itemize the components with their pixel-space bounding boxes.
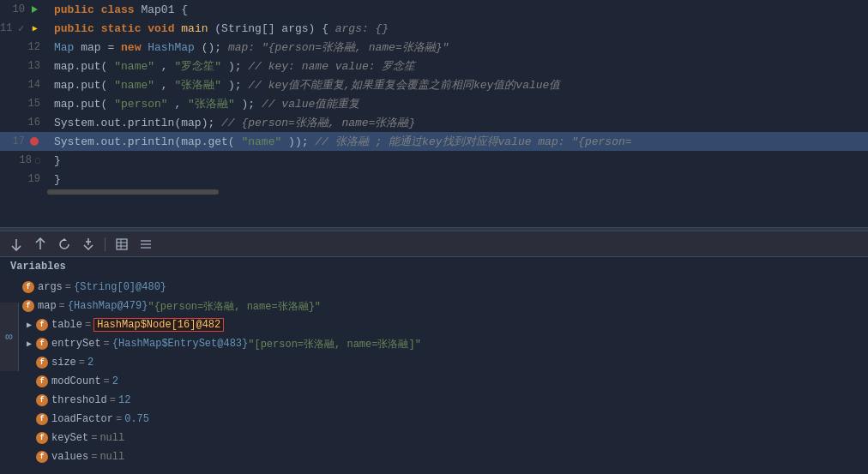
code-content-10: public class Map01 { — [47, 3, 868, 16]
code-content-14: map.put( "name" , "张洛融" ); // key值不能重复,如… — [47, 77, 868, 93]
code-line-17: 17 System.out.println(map.get( "name" ))… — [0, 132, 868, 151]
var-item-modcount[interactable]: f modCount = 2 — [0, 372, 868, 391]
code-content-12: Map map = new HashMap (); map: "{person=… — [47, 39, 868, 55]
type-icon-entryset: f — [36, 338, 48, 350]
expand-icon-size — [24, 357, 34, 368]
var-value-threshold: 12 — [118, 394, 130, 406]
var-name-entryset: entrySet — [51, 338, 101, 350]
var-value-loadfactor: 0.75 — [124, 413, 149, 425]
editor-area: 10 public class Map01 { 11 ✓ ▶ — [0, 0, 868, 227]
var-value-table: HashMap$Node[16]@482 — [93, 318, 224, 332]
var-name-keyset: keySet — [51, 432, 88, 444]
var-name-loadfactor: loadFactor — [51, 413, 113, 425]
type-icon-size: f — [36, 357, 48, 369]
var-item-loadfactor[interactable]: f loadFactor = 0.75 — [0, 410, 868, 429]
var-value-entryset: {HashMap$EntrySet@483} — [112, 338, 248, 350]
gutter-14: 14 — [0, 79, 47, 91]
code-content-17: System.out.println(map.get( "name" )); /… — [47, 134, 868, 149]
side-panel: ∞ — [0, 303, 19, 371]
type-icon-map: f — [22, 300, 34, 312]
code-line-14: 14 map.put( "name" , "张洛融" ); // key值不能重… — [0, 75, 868, 94]
expand-icon-values — [24, 452, 34, 462]
line-num-14: 14 — [28, 79, 40, 91]
line-num-17: 17 — [13, 135, 25, 147]
code-line-16: 16 System.out.println(map); // {person=张… — [0, 113, 868, 132]
code-content-16: System.out.println(map); // {person=张洛融,… — [47, 115, 868, 130]
var-name-modcount: modCount — [51, 375, 101, 387]
code-content-11: public static void main (String[] args) … — [47, 22, 868, 35]
var-item-values[interactable]: f values = null — [0, 447, 868, 466]
debug-arrow-11: ▶ — [30, 22, 40, 34]
svg-marker-3 — [62, 238, 67, 241]
code-line-11: 11 ✓ ▶ public static void main (String[]… — [0, 19, 868, 38]
expand-icon-entryset: ▶ — [24, 339, 34, 349]
breakpoint-icon-17[interactable] — [28, 135, 40, 147]
gutter-13: 13 — [0, 60, 47, 72]
table-view-button[interactable] — [112, 235, 131, 254]
code-line-15: 15 map.put( "person" , "张洛融" ); // value… — [0, 94, 868, 113]
code-line-10: 10 public class Map01 { — [0, 0, 868, 19]
expand-icon-keyset — [24, 433, 34, 443]
var-name-size: size — [51, 357, 76, 369]
step-over-button[interactable] — [31, 235, 50, 254]
type-icon-loadfactor: f — [36, 413, 48, 425]
var-item-keyset[interactable]: f keySet = null — [0, 429, 868, 447]
var-value-map-str: "{person=张洛融, name=张洛融}" — [148, 299, 321, 314]
type-icon-threshold: f — [36, 394, 48, 406]
var-name-values: values — [51, 451, 88, 463]
gutter-16: 16 — [0, 117, 47, 129]
code-content-15: map.put( "person" , "张洛融" ); // value值能重… — [47, 96, 868, 111]
gutter-10: 10 — [0, 3, 47, 15]
side-btn-loop[interactable]: ∞ — [2, 329, 17, 345]
expand-icon-modcount — [24, 376, 34, 387]
svg-marker-0 — [32, 6, 38, 13]
gutter-19: 19 — [0, 173, 47, 185]
var-value-size: 2 — [87, 357, 93, 369]
step-into-forced-button[interactable] — [79, 235, 98, 254]
var-value-map: {HashMap@479} — [68, 300, 148, 312]
var-name-table: table — [51, 319, 82, 331]
expand-icon-loadfactor — [24, 414, 34, 424]
line-num-13: 13 — [28, 60, 40, 72]
run-icon-10 — [28, 3, 40, 15]
code-line-13: 13 map.put( "name" , "罗念笙" ); // key: na… — [0, 57, 868, 75]
check-icon-11: ✓ — [15, 22, 26, 34]
line-num-12: 12 — [28, 41, 40, 53]
code-line-18: 18 ▢ } — [0, 151, 868, 170]
type-icon-table: f — [36, 319, 48, 331]
main-layout: 10 public class Map01 { 11 ✓ ▶ — [0, 0, 868, 474]
code-line-12: 12 Map map = new HashMap (); map: "{pers… — [0, 38, 868, 57]
columns-button[interactable] — [136, 235, 155, 254]
type-icon-values: f — [36, 451, 48, 463]
line-num-10: 10 — [13, 3, 25, 15]
code-content-13: map.put( "name" , "罗念笙" ); // key: name … — [47, 58, 868, 74]
var-item-table[interactable]: ▶ f table = HashMap$Node[16]@482 — [0, 315, 868, 334]
editor-scrollbar[interactable] — [0, 189, 868, 195]
svg-rect-6 — [117, 239, 127, 249]
var-value-keyset: null — [99, 432, 124, 444]
expand-icon-threshold — [24, 395, 34, 405]
type-icon-keyset: f — [36, 432, 48, 444]
var-item-threshold[interactable]: f threshold = 12 — [0, 391, 868, 410]
var-value-values: null — [99, 451, 124, 463]
type-icon-modcount: f — [36, 375, 48, 387]
var-value-entryset-str: "[person=张洛融, name=张洛融]" — [248, 337, 421, 351]
reload-button[interactable] — [55, 235, 74, 254]
editor-scrollbar-thumb[interactable] — [47, 189, 219, 195]
var-item-map[interactable]: ▼ f map = {HashMap@479} "{person=张洛融, na… — [0, 297, 868, 315]
var-value-args: {String[0]@480} — [74, 281, 166, 293]
line-num-16: 16 — [28, 117, 40, 129]
line-num-11: 11 — [0, 22, 12, 34]
restore-button[interactable] — [7, 235, 26, 254]
gutter-11: 11 ✓ ▶ — [0, 22, 47, 34]
code-content-18: } — [47, 154, 868, 167]
toolbar-separator-1 — [105, 237, 105, 251]
gutter-12: 12 — [0, 41, 47, 53]
expand-icon-table: ▶ — [24, 320, 34, 330]
gutter-15: 15 — [0, 98, 47, 110]
var-item-args[interactable]: f args = {String[0]@480} — [0, 278, 868, 297]
var-item-entryset[interactable]: ▶ f entrySet = {HashMap$EntrySet@483} "[… — [0, 334, 868, 353]
code-content-19: } — [47, 173, 868, 186]
gutter-18: 18 ▢ — [0, 154, 47, 166]
var-item-size[interactable]: f size = 2 — [0, 353, 868, 372]
